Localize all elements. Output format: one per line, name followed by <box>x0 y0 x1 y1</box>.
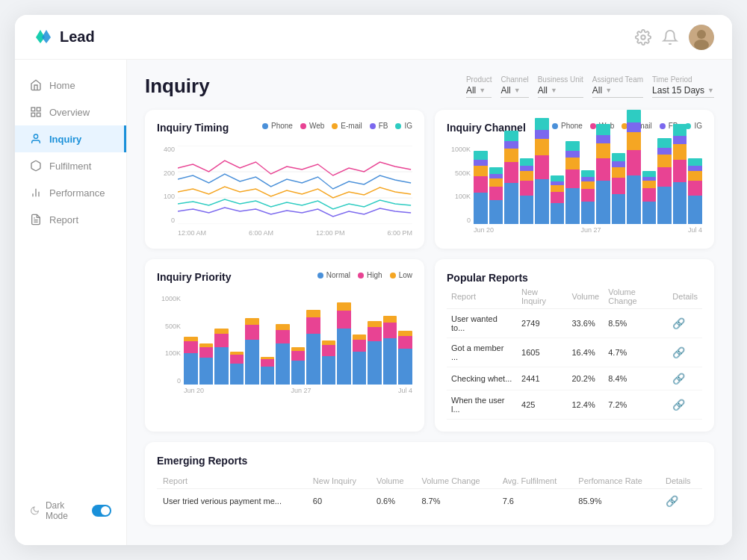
filters: Product All ▼ Channel All ▼ <box>466 75 714 98</box>
priority-yaxis: 1000K500K100K0 <box>157 295 184 385</box>
filter-assigned-team-label: Assigned Team <box>592 75 643 84</box>
pri-legend-normal: Normal <box>317 271 350 279</box>
report-name: Checking whet... <box>447 367 517 391</box>
bell-icon[interactable] <box>662 29 678 46</box>
bar-group-8 <box>581 170 595 224</box>
inquiry-timing-legend: Phone Web E-mail FB IG <box>262 122 412 130</box>
ecol-volume: Volume <box>371 473 416 489</box>
pri-bar-3 <box>214 329 229 385</box>
priority-bars <box>184 295 412 385</box>
filter-product-select[interactable]: All ▼ <box>466 85 492 98</box>
svg-point-3 <box>694 40 709 50</box>
col-details: Details <box>668 284 702 309</box>
inquiry-channel-chart: 1000K500K100K0 <box>447 146 702 234</box>
sidebar-item-inquiry-label: Inquiry <box>49 134 81 145</box>
bar-group-14 <box>673 124 687 224</box>
emerging-report-name: User tried verious payment me... <box>157 489 307 514</box>
volume: 33.6% <box>568 309 604 338</box>
timing-yaxis: 4002001000 <box>157 146 178 224</box>
report-icon <box>30 214 42 225</box>
sidebar-item-fulfilment[interactable]: Fulfilment <box>15 152 126 179</box>
sidebar-item-overview-label: Overview <box>49 107 90 118</box>
ch-legend-phone: Phone <box>552 122 583 130</box>
sidebar-item-overview[interactable]: Overview <box>15 99 126 125</box>
inquiry-priority-title: Inquiry Priority <box>157 271 232 283</box>
sidebar-item-inquiry[interactable]: Inquiry <box>15 125 126 152</box>
col-report: Report <box>447 284 517 309</box>
avatar[interactable] <box>689 25 714 50</box>
pri-legend-low: Low <box>390 271 412 279</box>
sidebar-item-performance[interactable]: Performance <box>15 179 126 206</box>
popular-reports-card: Popular Reports Report New Inquiry Volum… <box>435 259 714 432</box>
sidebar-item-performance-label: Performance <box>49 187 105 199</box>
pri-bar-5 <box>245 318 259 385</box>
pri-bar-1 <box>184 337 198 385</box>
channel-bars <box>474 146 702 224</box>
filter-channel-select[interactable]: All ▼ <box>500 85 528 98</box>
pri-bar-14 <box>383 316 397 385</box>
channel-yaxis: 1000K500K100K0 <box>447 146 474 224</box>
pri-bar-8 <box>291 347 306 385</box>
bar-group-5 <box>535 118 549 224</box>
legend-fb: FB <box>370 122 388 130</box>
report-name: Got a member ... <box>447 338 517 367</box>
sidebar-item-report[interactable]: Report <box>15 206 126 233</box>
home-icon <box>30 79 42 91</box>
filter-product-label: Product <box>466 75 492 84</box>
filter-assigned-team-select[interactable]: All ▼ <box>592 85 643 98</box>
pri-bar-7 <box>276 324 290 385</box>
details-link[interactable]: 🔗 <box>668 338 702 367</box>
report-name: When the user l... <box>447 391 517 420</box>
sidebar-nav: Home Overview Inquiry <box>15 72 126 233</box>
sidebar-item-fulfilment-label: Fulfilment <box>49 161 91 172</box>
details-link[interactable]: 🔗 <box>668 391 702 420</box>
toggle-knob <box>101 506 110 515</box>
filter-business-unit-select[interactable]: All ▼ <box>538 85 583 98</box>
col-new-inquiry: New Inquiry <box>517 284 567 309</box>
bar-group-2 <box>489 167 503 224</box>
svg-point-2 <box>697 30 706 39</box>
sidebar-item-report-label: Report <box>49 214 78 225</box>
dark-mode-toggle[interactable] <box>92 505 111 517</box>
filter-time-period: Time Period Last 15 Days ▼ <box>652 75 714 98</box>
svg-point-8 <box>34 134 37 138</box>
sidebar: Home Overview Inquiry <box>15 60 127 545</box>
ch-legend-ig: IG <box>685 122 702 130</box>
pri-bar-15 <box>398 331 412 385</box>
pri-bar-2 <box>199 343 214 385</box>
pri-bar-6 <box>261 357 275 385</box>
emerging-reports-card: Emerging Reports Report New Inquiry Volu… <box>145 442 714 525</box>
svg-rect-5 <box>37 108 40 111</box>
table-row: Got a member ... 1605 16.4% 4.7% 🔗 <box>447 338 702 367</box>
ecol-avg-fulfilment: Avg. Fulfilment <box>497 473 573 489</box>
filter-time-period-select[interactable]: Last 15 Days ▼ <box>652 85 714 98</box>
filter-time-period-label: Time Period <box>652 75 714 84</box>
emerging-reports-title: Emerging Reports <box>157 455 247 467</box>
emerging-details-link[interactable]: 🔗 <box>660 489 702 514</box>
logo-text: Lead <box>60 28 95 46</box>
timing-xaxis: 12:00 AM6:00 AM12:00 PM6:00 PM <box>157 229 412 237</box>
sidebar-item-home[interactable]: Home <box>15 72 126 99</box>
ecol-new-inquiry: New Inquiry <box>307 473 371 489</box>
bar-group-11 <box>627 110 641 224</box>
logo-icon <box>33 27 54 48</box>
filter-business-unit-label: Business Unit <box>538 75 583 84</box>
priority-chart: 1000K500K100K0 <box>157 295 412 394</box>
details-link[interactable]: 🔗 <box>668 309 702 338</box>
legend-web: Web <box>300 122 324 130</box>
dark-mode-label: Dark Mode <box>46 500 86 521</box>
details-link[interactable]: 🔗 <box>668 367 702 391</box>
bar-group-7 <box>565 141 580 224</box>
col-volume-change: Volume Change <box>604 284 668 309</box>
pri-bar-11 <box>337 302 351 385</box>
filter-product: Product All ▼ <box>466 75 492 98</box>
timing-svg-area <box>178 146 412 227</box>
bar-group-13 <box>657 138 672 224</box>
ecol-performance-rate: Perfomance Rate <box>572 473 660 489</box>
popular-reports-table: Report New Inquiry Volume Volume Change … <box>447 284 702 420</box>
timing-svg <box>178 146 412 224</box>
table-row: User wanted to... 2749 33.6% 8.5% 🔗 <box>447 309 702 338</box>
gear-icon[interactable] <box>635 29 651 46</box>
emerging-table-row: User tried verious payment me... 60 0.6%… <box>157 489 702 514</box>
svg-rect-4 <box>31 108 35 111</box>
